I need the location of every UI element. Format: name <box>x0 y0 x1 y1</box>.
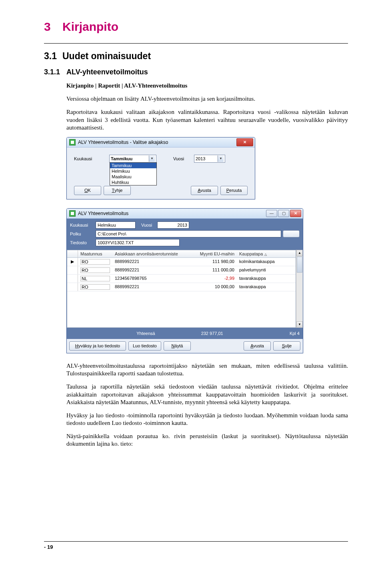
approve-create-button[interactable]: Hyväksy ja luo tiedostoHyväksy ja luo ti… <box>69 341 126 351</box>
month-value: Tammikuu <box>111 156 132 161</box>
cell-vatid: 8889992221 <box>112 266 190 274</box>
dropdown-option[interactable]: Helmikuu <box>110 168 156 174</box>
table-row[interactable]: 1234567898765-2,99tavarakauppa <box>67 275 296 283</box>
page-footer: - 19 <box>44 541 348 550</box>
dropdown-option[interactable]: Tammikuu <box>110 163 156 168</box>
month-combo[interactable]: Tammikuu ▼ Tammikuu Helmikuu Maaliskuu H… <box>109 155 156 163</box>
cell-country[interactable] <box>78 283 112 291</box>
field-year[interactable]: 2013 <box>157 221 189 229</box>
cell-country[interactable] <box>78 258 112 266</box>
count-value: 4 <box>297 331 300 336</box>
row-selector[interactable] <box>67 283 78 291</box>
paragraph-3: Taulussa ja raportilla näytetään sekä ti… <box>66 383 348 406</box>
table-row[interactable]: 8889992221111 000,00palvelumyynti <box>67 266 296 275</box>
dropdown-option[interactable]: Huhtikuu <box>110 179 156 185</box>
label-month: Kuukausi <box>70 223 96 227</box>
row-selector[interactable] <box>67 275 78 283</box>
paragraph-4: Hyväksy ja luo tiedosto -toiminnolla rap… <box>66 412 348 427</box>
create-file-button[interactable]: Luo tiedosto <box>128 341 161 351</box>
cell-vatid: 8889992221 <box>112 258 190 266</box>
col-sales[interactable]: Myynti EU-maihin <box>190 250 237 257</box>
month-dropdown[interactable]: Tammikuu Helmikuu Maaliskuu Huhtikuu <box>110 162 157 185</box>
screenshot-select-period: ALV Yhteenvetoilmoitus - Valitse aikajak… <box>66 137 348 199</box>
table-empty-area <box>67 291 296 327</box>
cell-sales: 10 000,00 <box>190 283 237 291</box>
close-button[interactable]: SuljeSulje <box>273 341 300 351</box>
intro-paragraph: Versiossa ohjelmaan on lisätty ALV-yhtee… <box>66 95 348 103</box>
paragraph-2: ALV-yhteenvetoilmoitustaulussa raportoin… <box>66 362 348 377</box>
chevron-down-icon[interactable]: ▼ <box>218 155 224 162</box>
h2-text: Uudet ominaisuudet <box>62 51 151 61</box>
close-icon[interactable]: ✕ <box>290 210 301 217</box>
cell-country[interactable] <box>78 266 112 274</box>
help-button[interactable]: AvustaAvusta <box>191 186 218 195</box>
maximize-icon[interactable]: ▢ <box>278 210 289 217</box>
col-tradetype[interactable]: Kauppatapa△ <box>237 250 296 257</box>
year-value: 2013 <box>196 156 205 161</box>
sort-asc-icon: △ <box>264 253 267 256</box>
col-country[interactable]: Maatunnus <box>78 250 112 257</box>
row-selector[interactable]: ▶ <box>67 258 78 266</box>
breadcrumb: Kirjanpito | Raportit | ALV-Yhteenvetoil… <box>66 82 348 90</box>
cell-vatid: 1234567898765 <box>112 275 190 283</box>
scroll-up-icon[interactable]: ▲ <box>296 250 303 256</box>
cell-tradetype: tavarakauppa <box>237 283 296 291</box>
heading-1: 3Kirjanpito <box>44 20 348 34</box>
label-path: Polku <box>70 231 96 236</box>
table-row[interactable]: 888999222110 000,00tavarakauppa <box>67 283 296 291</box>
row-selector[interactable] <box>67 266 78 274</box>
ok-button[interactable]: OOKK <box>74 186 101 195</box>
vertical-scrollbar[interactable]: ▲ ▼ <box>296 250 303 328</box>
divider <box>44 43 348 44</box>
country-input[interactable] <box>80 284 110 290</box>
app-icon <box>69 210 76 217</box>
heading-3: 3.1.1ALV-yhteenvetoilmoitus <box>44 68 348 76</box>
cell-sales: 111 980,00 <box>190 258 237 266</box>
col-vatid[interactable]: Asiakkaan arvonlisäverotunniste <box>112 250 190 257</box>
field-path[interactable]: C:\Econet Pro\ <box>96 230 281 237</box>
data-table: Maatunnus Asiakkaan arvonlisäverotunnist… <box>67 250 296 328</box>
cell-sales: 111 000,00 <box>190 266 237 274</box>
table-row[interactable]: ▶8889992221111 980,00kolmikantakauppa <box>67 258 296 266</box>
clear-button[interactable]: TyhjeTyhjennä <box>104 186 131 195</box>
dropdown-option[interactable]: Maaliskuu <box>110 174 156 179</box>
h1-text: Kirjanpito <box>62 20 118 33</box>
paragraph-5: Näytä-painikkella voidaan porautua ko. r… <box>66 433 348 448</box>
cell-tradetype: palvelumyynti <box>237 266 296 274</box>
page-number: - 19 <box>44 544 53 550</box>
country-input[interactable] <box>80 267 110 273</box>
app-icon <box>69 139 76 146</box>
show-button[interactable]: NäytäNäytä <box>164 341 191 351</box>
label-year: Vuosi <box>173 156 189 161</box>
dlg2-title: ALV Yhteenvetoilmoitus <box>78 211 128 216</box>
country-input[interactable] <box>80 276 110 281</box>
dlg2-titlebar[interactable]: ALV Yhteenvetoilmoitus — ▢ ✕ <box>67 209 303 219</box>
h3-number: 3.1.1 <box>44 68 66 76</box>
dlg1-titlebar[interactable]: ALV Yhteenvetoilmoitus - Valitse aikajak… <box>67 138 255 147</box>
browse-button[interactable]: ... <box>283 230 300 237</box>
help-button[interactable]: AvustaAvusta <box>244 341 271 351</box>
cell-vatid: 8889992221 <box>112 283 190 291</box>
cancel-button[interactable]: PeruutaPeruuta <box>220 186 248 195</box>
h1-number: 3 <box>44 20 62 34</box>
label-month: Kuukausi <box>74 156 104 161</box>
table-header: Maatunnus Asiakkaan arvonlisäverotunnist… <box>67 250 296 258</box>
totals-value: 232 977,01 <box>179 331 223 336</box>
country-input[interactable] <box>80 259 110 265</box>
field-month[interactable]: Helmikuu <box>96 221 136 229</box>
chevron-down-icon[interactable]: ▼ <box>149 155 155 162</box>
year-combo[interactable]: 2013 ▼ <box>194 155 225 163</box>
close-icon[interactable]: ✕ <box>236 138 253 146</box>
scroll-down-icon[interactable]: ▼ <box>296 321 303 328</box>
cell-tradetype: kolmikantakauppa <box>237 258 296 266</box>
scroll-thumb[interactable] <box>297 257 302 273</box>
h2-number: 3.1 <box>44 51 62 62</box>
field-file[interactable]: 1003YVI1302.TXT <box>96 239 180 246</box>
label-file: Tiedosto <box>70 240 96 245</box>
cell-sales: -2,99 <box>190 275 237 283</box>
minimize-icon[interactable]: — <box>266 210 277 217</box>
paragraph-1: Raportoitava kuukausi valitaan aikajakso… <box>66 108 348 132</box>
cell-tradetype: tavarakauppa <box>237 275 296 283</box>
totals-label: Yhteensä <box>136 331 155 336</box>
cell-country[interactable] <box>78 275 112 283</box>
